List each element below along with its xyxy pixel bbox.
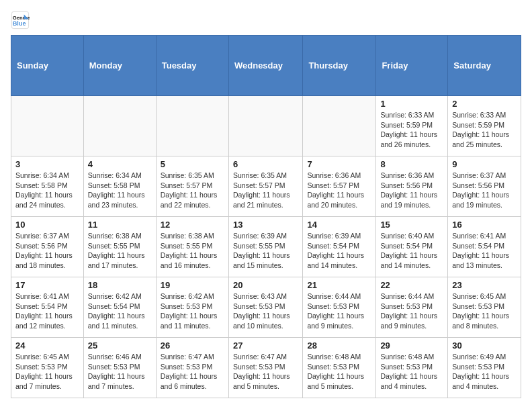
day-number: 24: [15, 340, 79, 351]
day-number: 16: [452, 220, 517, 230]
calendar-cell: 24Sunrise: 6:45 AM Sunset: 5:53 PM Dayli…: [11, 338, 84, 398]
day-info: Sunrise: 6:48 AM Sunset: 5:53 PM Dayligh…: [380, 352, 443, 392]
day-info: Sunrise: 6:42 AM Sunset: 5:54 PM Dayligh…: [88, 291, 152, 331]
col-header-wednesday: Wednesday: [228, 36, 302, 96]
day-number: 22: [380, 280, 443, 290]
day-number: 7: [307, 159, 371, 169]
day-number: 28: [307, 340, 371, 351]
day-number: 25: [88, 340, 152, 351]
day-number: 10: [15, 220, 79, 230]
calendar-cell: 20Sunrise: 6:43 AM Sunset: 5:53 PM Dayli…: [228, 277, 302, 338]
col-header-thursday: Thursday: [303, 36, 376, 96]
day-number: 1: [380, 99, 443, 109]
day-info: Sunrise: 6:35 AM Sunset: 5:57 PM Dayligh…: [233, 171, 298, 210]
calendar-cell: [156, 96, 228, 156]
day-info: Sunrise: 6:33 AM Sunset: 5:59 PM Dayligh…: [452, 110, 517, 150]
day-number: 6: [233, 159, 298, 169]
day-info: Sunrise: 6:42 AM Sunset: 5:53 PM Dayligh…: [161, 291, 224, 331]
calendar-cell: 3Sunrise: 6:34 AM Sunset: 5:58 PM Daylig…: [11, 156, 84, 217]
day-info: Sunrise: 6:45 AM Sunset: 5:53 PM Dayligh…: [452, 291, 517, 331]
col-header-sunday: Sunday: [11, 36, 84, 96]
day-number: 5: [161, 159, 224, 169]
day-info: Sunrise: 6:40 AM Sunset: 5:54 PM Dayligh…: [380, 231, 443, 271]
day-info: Sunrise: 6:35 AM Sunset: 5:57 PM Dayligh…: [161, 171, 224, 210]
day-number: 3: [15, 159, 79, 169]
calendar-header-row: SundayMondayTuesdayWednesdayThursdayFrid…: [11, 36, 521, 96]
day-info: Sunrise: 6:36 AM Sunset: 5:57 PM Dayligh…: [307, 171, 371, 210]
day-info: Sunrise: 6:41 AM Sunset: 5:54 PM Dayligh…: [452, 231, 517, 271]
logo-icon: General Blue: [11, 11, 30, 30]
week-row-1: 3Sunrise: 6:34 AM Sunset: 5:58 PM Daylig…: [11, 156, 521, 217]
calendar-cell: 12Sunrise: 6:38 AM Sunset: 5:55 PM Dayli…: [156, 217, 228, 277]
calendar-cell: 28Sunrise: 6:48 AM Sunset: 5:53 PM Dayli…: [303, 338, 376, 398]
day-number: 2: [452, 99, 517, 109]
week-row-4: 24Sunrise: 6:45 AM Sunset: 5:53 PM Dayli…: [11, 338, 521, 398]
calendar-cell: 19Sunrise: 6:42 AM Sunset: 5:53 PM Dayli…: [156, 277, 228, 338]
calendar-table: SundayMondayTuesdayWednesdayThursdayFrid…: [11, 35, 521, 398]
day-info: Sunrise: 6:38 AM Sunset: 5:55 PM Dayligh…: [161, 231, 224, 271]
day-info: Sunrise: 6:37 AM Sunset: 5:56 PM Dayligh…: [15, 231, 79, 271]
day-number: 19: [161, 280, 224, 290]
page-header: General Blue: [11, 11, 521, 30]
day-info: Sunrise: 6:34 AM Sunset: 5:58 PM Dayligh…: [88, 171, 152, 210]
day-number: 4: [88, 159, 152, 169]
day-number: 18: [88, 280, 152, 290]
day-number: 9: [452, 159, 517, 169]
calendar-cell: [228, 96, 302, 156]
day-info: Sunrise: 6:41 AM Sunset: 5:54 PM Dayligh…: [15, 291, 79, 331]
day-number: 13: [233, 220, 298, 230]
calendar-cell: 1Sunrise: 6:33 AM Sunset: 5:59 PM Daylig…: [376, 96, 448, 156]
day-number: 20: [233, 280, 298, 290]
day-info: Sunrise: 6:46 AM Sunset: 5:53 PM Dayligh…: [88, 352, 152, 392]
calendar-cell: 9Sunrise: 6:37 AM Sunset: 5:56 PM Daylig…: [448, 156, 521, 217]
svg-text:General: General: [13, 15, 30, 21]
day-info: Sunrise: 6:43 AM Sunset: 5:53 PM Dayligh…: [233, 291, 298, 331]
day-info: Sunrise: 6:39 AM Sunset: 5:54 PM Dayligh…: [307, 231, 371, 271]
day-info: Sunrise: 6:33 AM Sunset: 5:59 PM Dayligh…: [380, 110, 443, 150]
day-number: 21: [307, 280, 371, 290]
logo: General Blue: [11, 11, 32, 30]
calendar-cell: 5Sunrise: 6:35 AM Sunset: 5:57 PM Daylig…: [156, 156, 228, 217]
calendar-cell: 4Sunrise: 6:34 AM Sunset: 5:58 PM Daylig…: [83, 156, 156, 217]
calendar-cell: 17Sunrise: 6:41 AM Sunset: 5:54 PM Dayli…: [11, 277, 84, 338]
calendar-cell: 10Sunrise: 6:37 AM Sunset: 5:56 PM Dayli…: [11, 217, 84, 277]
calendar-cell: 15Sunrise: 6:40 AM Sunset: 5:54 PM Dayli…: [376, 217, 448, 277]
day-info: Sunrise: 6:47 AM Sunset: 5:53 PM Dayligh…: [161, 352, 224, 392]
day-info: Sunrise: 6:37 AM Sunset: 5:56 PM Dayligh…: [452, 171, 517, 210]
calendar-cell: 23Sunrise: 6:45 AM Sunset: 5:53 PM Dayli…: [448, 277, 521, 338]
day-info: Sunrise: 6:34 AM Sunset: 5:58 PM Dayligh…: [15, 171, 79, 210]
calendar-cell: [303, 96, 376, 156]
svg-text:Blue: Blue: [13, 20, 26, 27]
calendar-cell: 27Sunrise: 6:47 AM Sunset: 5:53 PM Dayli…: [228, 338, 302, 398]
week-row-0: 1Sunrise: 6:33 AM Sunset: 5:59 PM Daylig…: [11, 96, 521, 156]
day-info: Sunrise: 6:49 AM Sunset: 5:53 PM Dayligh…: [452, 352, 517, 392]
week-row-3: 17Sunrise: 6:41 AM Sunset: 5:54 PM Dayli…: [11, 277, 521, 338]
calendar-cell: 11Sunrise: 6:38 AM Sunset: 5:55 PM Dayli…: [83, 217, 156, 277]
calendar-cell: 18Sunrise: 6:42 AM Sunset: 5:54 PM Dayli…: [83, 277, 156, 338]
day-number: 17: [15, 280, 79, 290]
day-number: 8: [380, 159, 443, 169]
calendar-cell: 7Sunrise: 6:36 AM Sunset: 5:57 PM Daylig…: [303, 156, 376, 217]
day-number: 26: [161, 340, 224, 351]
day-number: 14: [307, 220, 371, 230]
calendar-cell: 6Sunrise: 6:35 AM Sunset: 5:57 PM Daylig…: [228, 156, 302, 217]
col-header-monday: Monday: [83, 36, 156, 96]
day-info: Sunrise: 6:36 AM Sunset: 5:56 PM Dayligh…: [380, 171, 443, 210]
col-header-saturday: Saturday: [448, 36, 521, 96]
day-info: Sunrise: 6:45 AM Sunset: 5:53 PM Dayligh…: [15, 352, 79, 392]
calendar-cell: 14Sunrise: 6:39 AM Sunset: 5:54 PM Dayli…: [303, 217, 376, 277]
day-info: Sunrise: 6:47 AM Sunset: 5:53 PM Dayligh…: [233, 352, 298, 392]
day-number: 27: [233, 340, 298, 351]
calendar-cell: 26Sunrise: 6:47 AM Sunset: 5:53 PM Dayli…: [156, 338, 228, 398]
calendar-cell: 13Sunrise: 6:39 AM Sunset: 5:55 PM Dayli…: [228, 217, 302, 277]
col-header-friday: Friday: [376, 36, 448, 96]
calendar-cell: 22Sunrise: 6:44 AM Sunset: 5:53 PM Dayli…: [376, 277, 448, 338]
calendar-cell: 16Sunrise: 6:41 AM Sunset: 5:54 PM Dayli…: [448, 217, 521, 277]
day-info: Sunrise: 6:48 AM Sunset: 5:53 PM Dayligh…: [307, 352, 371, 392]
day-info: Sunrise: 6:38 AM Sunset: 5:55 PM Dayligh…: [88, 231, 152, 271]
day-info: Sunrise: 6:44 AM Sunset: 5:53 PM Dayligh…: [307, 291, 371, 331]
day-number: 11: [88, 220, 152, 230]
col-header-tuesday: Tuesday: [156, 36, 228, 96]
week-row-2: 10Sunrise: 6:37 AM Sunset: 5:56 PM Dayli…: [11, 217, 521, 277]
day-number: 15: [380, 220, 443, 230]
